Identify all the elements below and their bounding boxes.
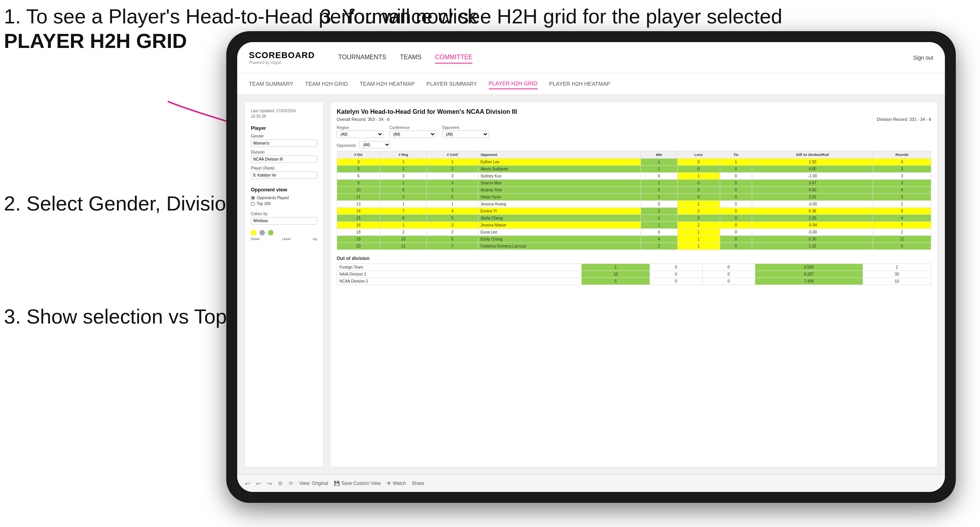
radio-dot-opponents bbox=[251, 196, 255, 200]
timestamp: Last Updated: 27/03/2024 16:55:38 bbox=[251, 108, 317, 119]
out-of-division-table: Foreign Team1004.5002NAIA Division 11500… bbox=[337, 264, 931, 285]
toolbar-bottom: ↩ ↩ ↪ ⚙ ⟳ View: Original 💾 Save Custom V… bbox=[237, 474, 945, 492]
table-row: 1063Andrea York2004.004 bbox=[337, 187, 931, 194]
logo-scoreboard: SCOREBOARD bbox=[249, 50, 315, 60]
share-label: Share bbox=[412, 481, 424, 486]
radio-opponents-played[interactable]: Opponents Played bbox=[251, 196, 317, 200]
overall-record: Overall Record: 353 - 34 - 6 bbox=[337, 117, 390, 122]
nav-tournaments[interactable]: TOURNAMENTS bbox=[338, 52, 386, 64]
out-of-division: Out of division Foreign Team1004.5002NAI… bbox=[337, 256, 931, 285]
undo-icon[interactable]: ↩ bbox=[245, 480, 250, 487]
opponent-label: Opponent bbox=[442, 126, 489, 130]
opponent-view-section: Opponent view Opponents Played Top 100 bbox=[251, 187, 317, 206]
subnav-team-h2h-grid[interactable]: TEAM H2H GRID bbox=[305, 79, 348, 89]
subnav-player-h2h-heatmap[interactable]: PLAYER H2H HEATMAP bbox=[549, 79, 611, 89]
col-loss: Loss bbox=[677, 151, 720, 159]
tablet-frame: SCOREBOARD Powered by clippd TOURNAMENTS… bbox=[226, 31, 956, 503]
player-rank-label: Player (Rank) bbox=[251, 166, 317, 170]
nav-teams[interactable]: TEAMS bbox=[400, 52, 421, 64]
subnav-team-summary[interactable]: TEAM SUMMARY bbox=[249, 79, 293, 89]
table-row: 1311Jessica Huang010-3.002 bbox=[337, 201, 931, 208]
left-panel: Last Updated: 27/03/2024 16:55:38 Player… bbox=[245, 103, 323, 467]
colour-by-select[interactable]: Win/loss bbox=[251, 217, 317, 225]
gender-select[interactable]: Women's bbox=[251, 140, 317, 147]
ood-table-row: NAIA Division 115009.26730 bbox=[337, 271, 931, 278]
opponents-select[interactable]: (All) bbox=[359, 141, 391, 149]
grid-subtitle: Overall Record: 353 - 34 - 6 Division Re… bbox=[337, 117, 931, 122]
opponent-select[interactable]: (All) bbox=[442, 131, 489, 138]
logo-area: SCOREBOARD Powered by clippd bbox=[249, 50, 315, 65]
top-nav: SCOREBOARD Powered by clippd TOURNAMENTS… bbox=[237, 42, 945, 73]
colour-dot-up bbox=[268, 230, 273, 235]
conference-label: Conference bbox=[389, 126, 436, 130]
view-original-label: View: Original bbox=[299, 481, 328, 486]
table-row: 522Alexis Sudjianto1004.003 bbox=[337, 166, 931, 173]
player-rank-select[interactable]: 8. Katelyn Vo bbox=[251, 172, 317, 179]
conference-select[interactable]: (All) bbox=[389, 131, 436, 138]
subnav-team-h2h-heatmap[interactable]: TEAM H2H HEATMAP bbox=[360, 79, 415, 89]
legend-up: Up bbox=[312, 237, 317, 241]
legend-down: Down bbox=[251, 237, 260, 241]
save-custom-view-label: Save Custom View bbox=[341, 481, 381, 486]
logo-sub: Powered by clippd bbox=[249, 60, 315, 65]
watch-btn[interactable]: 👁 Watch bbox=[387, 481, 406, 486]
opponent-radio-group: Opponents Played Top 100 bbox=[251, 196, 317, 206]
nav-committee[interactable]: COMMITTEE bbox=[435, 52, 472, 64]
refresh-icon[interactable]: ⟳ bbox=[289, 480, 293, 486]
subnav-player-summary[interactable]: PLAYER SUMMARY bbox=[426, 79, 477, 89]
table-row: 1585Stella Cheng1001.254 bbox=[337, 215, 931, 222]
undo2-icon[interactable]: ↩ bbox=[256, 480, 261, 487]
main-table: # Div # Reg # Conf Opponent Win Loss Tie… bbox=[337, 151, 931, 250]
division-label: Division bbox=[251, 150, 317, 154]
nav-sign-out[interactable]: Sign out bbox=[913, 55, 933, 61]
col-diff: Diff Av Strokes/Rnd bbox=[752, 151, 873, 159]
colour-by-label: Colour by bbox=[251, 212, 317, 216]
gender-label: Gender bbox=[251, 134, 317, 138]
settings-icon[interactable]: ⚙ bbox=[278, 480, 283, 486]
nav-items: TOURNAMENTS TEAMS COMMITTEE bbox=[338, 52, 898, 64]
colour-dot-level bbox=[259, 230, 265, 235]
table-row: 1613Jessica Mason120-0.947 bbox=[337, 222, 931, 229]
app-content: SCOREBOARD Powered by clippd TOURNAMENTS… bbox=[237, 42, 945, 492]
radio-label-top100: Top 100 bbox=[257, 202, 271, 206]
col-rounds: Rounds bbox=[873, 151, 931, 159]
right-panel: Katelyn Vo Head-to-Head Grid for Women's… bbox=[331, 103, 937, 467]
radio-label-opponents: Opponents Played bbox=[257, 196, 289, 200]
save-custom-view-btn[interactable]: 💾 Save Custom View bbox=[334, 481, 381, 486]
table-row: 1474Eunice Yi2200.389 bbox=[337, 208, 931, 215]
filter-region: Region (All) bbox=[337, 126, 383, 138]
radio-top100[interactable]: Top 100 bbox=[251, 202, 317, 206]
main-content: Last Updated: 27/03/2024 16:55:38 Player… bbox=[237, 95, 945, 474]
watch-label: Watch bbox=[393, 481, 406, 486]
subnav-player-h2h-grid[interactable]: PLAYER H2H GRID bbox=[489, 78, 538, 89]
opponents-label-row: Opponents: (All) bbox=[337, 141, 931, 149]
nav-right: Sign out bbox=[913, 55, 933, 61]
colour-section: Colour by Win/loss Down Level Up bbox=[251, 212, 317, 241]
filter-conference: Conference (All) bbox=[389, 126, 436, 138]
instruction-3-top-text: 3. You will now see H2H grid for the pla… bbox=[320, 4, 782, 29]
division-record: Division Record: 331 - 34 - 6 bbox=[877, 117, 931, 122]
player-section-title: Player bbox=[251, 125, 317, 131]
share-btn[interactable]: Share bbox=[412, 481, 424, 486]
view-original-btn[interactable]: View: Original bbox=[299, 481, 328, 486]
redo-icon[interactable]: ↪ bbox=[267, 480, 272, 487]
table-row: 19106Emily Chang4100.3011 bbox=[337, 236, 931, 243]
region-select[interactable]: (All) bbox=[337, 131, 383, 138]
division-select[interactable]: NCAA Division III bbox=[251, 156, 317, 163]
colour-labels: Down Level Up bbox=[251, 237, 317, 241]
ood-table-row: Foreign Team1004.5002 bbox=[337, 264, 931, 271]
ood-table-row: NCAA Division 25007.40010 bbox=[337, 278, 931, 285]
sub-nav: TEAM SUMMARY TEAM H2H GRID TEAM H2H HEAT… bbox=[237, 73, 945, 95]
filter-row: Region (All) Conference (All) Opponent (… bbox=[337, 126, 931, 138]
region-label: Region bbox=[337, 126, 383, 130]
col-conf: # Conf bbox=[427, 151, 478, 159]
opponent-view-title: Opponent view bbox=[251, 187, 317, 193]
col-opponent: Opponent bbox=[478, 151, 641, 159]
table-row: 20117Federica Domecq Lacroze2101.336 bbox=[337, 243, 931, 250]
colour-dots bbox=[251, 230, 317, 235]
colour-dot-down bbox=[251, 230, 256, 235]
table-row: 1822Euna Lee010-5.002 bbox=[337, 229, 931, 236]
table-row: 1125Heejo Hyun1003.333 bbox=[337, 194, 931, 201]
table-row: 633Sydney Kuo010-1.003 bbox=[337, 173, 931, 180]
grid-title: Katelyn Vo Head-to-Head Grid for Women's… bbox=[337, 108, 931, 115]
